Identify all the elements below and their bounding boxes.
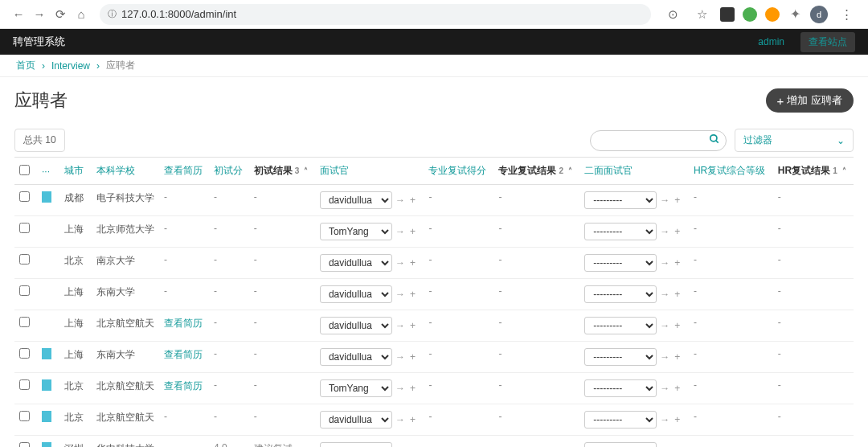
add-icon[interactable]: + (674, 289, 680, 300)
ext-green-icon[interactable] (743, 7, 757, 22)
ext-qr-icon[interactable] (720, 7, 735, 22)
add-icon[interactable]: + (410, 383, 416, 394)
interviewer1-select[interactable]: TomYang (320, 379, 392, 397)
interviewer2-select[interactable]: --------- (584, 191, 657, 209)
go-icon[interactable]: → (395, 351, 405, 363)
row-checkbox[interactable] (19, 191, 30, 202)
reload-button[interactable]: ⟳ (51, 6, 69, 23)
add-icon[interactable]: + (674, 257, 680, 269)
filter-dropdown[interactable]: 过滤器 ⌄ (735, 129, 854, 152)
search-icon[interactable]: ⊙ (664, 6, 682, 23)
add-icon[interactable]: + (674, 414, 680, 425)
row-checkbox[interactable] (19, 254, 30, 265)
star-icon[interactable]: ☆ (693, 6, 710, 23)
add-icon[interactable]: + (410, 414, 416, 425)
interviewer2-select[interactable]: --------- (584, 411, 657, 429)
forward-button[interactable]: → (31, 6, 48, 23)
user-link[interactable]: admin (758, 36, 784, 47)
go-icon[interactable]: → (660, 195, 669, 206)
go-icon[interactable]: → (660, 257, 669, 269)
select-all-checkbox[interactable] (19, 165, 30, 175)
col-interviewer2[interactable]: 二面面试官 (579, 158, 689, 185)
add-button[interactable]: + 增加 应聘者 (766, 88, 854, 113)
search-icon[interactable] (709, 133, 720, 148)
interviewer2-select[interactable]: --------- (584, 379, 657, 397)
col-result2[interactable]: 专业复试结果2 ˄ (493, 158, 579, 185)
go-icon[interactable]: → (660, 289, 669, 300)
go-icon[interactable]: → (660, 351, 669, 363)
interviewer1-select[interactable]: TomYang (320, 223, 392, 240)
ext-orange-icon[interactable] (765, 7, 780, 22)
add-icon[interactable]: + (674, 320, 680, 331)
add-icon[interactable]: + (410, 226, 416, 237)
interviewer1-select[interactable]: davidullua (320, 254, 392, 272)
cell-city: 北京 (59, 373, 92, 404)
cell-resume[interactable]: 查看简历 (159, 373, 209, 404)
col-score2[interactable]: 专业复试得分 (424, 158, 493, 185)
interviewer2-select[interactable]: --------- (584, 254, 657, 272)
row-checkbox[interactable] (19, 348, 30, 359)
cell-result1: - (249, 279, 315, 310)
col-school[interactable]: 本科学校 (92, 158, 159, 185)
row-checkbox[interactable] (19, 285, 30, 296)
go-icon[interactable]: → (395, 226, 405, 237)
go-icon[interactable]: → (660, 414, 669, 425)
interviewer1-select[interactable]: davidullua (320, 285, 392, 303)
col-resume[interactable]: 查看简历 (159, 158, 209, 185)
interviewer2-select[interactable]: --------- (584, 348, 657, 366)
interviewer1-select[interactable]: TomYang (320, 442, 392, 447)
col-hrgrade[interactable]: HR复试综合等级 (689, 158, 773, 185)
add-icon[interactable]: + (410, 351, 416, 363)
go-icon[interactable]: → (660, 383, 669, 394)
cell-resume[interactable]: 查看简历 (159, 310, 209, 342)
go-icon[interactable]: → (395, 320, 405, 331)
view-site-button[interactable]: 查看站点 (800, 32, 855, 52)
go-icon[interactable]: → (395, 383, 405, 394)
interviewer1-select[interactable]: davidullua (320, 411, 392, 429)
interviewer2-select[interactable]: --------- (584, 317, 657, 334)
row-checkbox[interactable] (19, 223, 30, 233)
interviewer2-select[interactable]: davidullua (584, 442, 657, 447)
add-icon[interactable]: + (410, 257, 416, 269)
go-icon[interactable]: → (395, 195, 405, 206)
add-icon[interactable]: + (674, 351, 680, 363)
ext-puzzle-icon[interactable]: ✦ (788, 7, 802, 22)
add-icon[interactable]: + (674, 226, 680, 237)
breadcrumb-home[interactable]: 首页 (16, 59, 35, 72)
col-score1[interactable]: 初试分 (209, 158, 249, 185)
col-hrresult[interactable]: HR复试结果1 ˄ (773, 158, 854, 185)
cell-hrgrade: - (689, 342, 773, 373)
col-result1[interactable]: 初试结果3 ˄ (249, 158, 315, 185)
row-checkbox[interactable] (19, 317, 30, 327)
row-checkbox[interactable] (19, 411, 30, 421)
add-icon[interactable]: + (410, 320, 416, 331)
col-city[interactable]: 城市 (59, 158, 92, 185)
col-interviewer1[interactable]: 面试官 (315, 158, 424, 185)
back-button[interactable]: ← (10, 6, 27, 23)
interviewer2-select[interactable]: --------- (584, 285, 657, 303)
interviewer1-select[interactable]: davidullua (320, 191, 392, 209)
breadcrumb-section[interactable]: Interview (51, 60, 90, 72)
go-icon[interactable]: → (395, 257, 405, 269)
go-icon[interactable]: → (395, 289, 405, 300)
menu-icon[interactable]: ⋮ (837, 6, 855, 23)
interviewer1-select[interactable]: davidullua (320, 348, 392, 366)
cell-hrgrade: - (689, 404, 773, 436)
home-button[interactable]: ⌂ (72, 6, 90, 23)
add-icon[interactable]: + (674, 383, 680, 394)
row-checkbox[interactable] (19, 442, 30, 447)
cell-resume[interactable]: 查看简历 (159, 342, 209, 373)
profile-avatar[interactable]: d (810, 6, 828, 23)
add-icon[interactable]: + (410, 195, 416, 206)
go-icon[interactable]: → (660, 320, 669, 331)
interviewer1-select[interactable]: davidullua (320, 317, 392, 334)
go-icon[interactable]: → (395, 414, 405, 425)
search-input[interactable] (590, 130, 727, 151)
row-checkbox[interactable] (19, 379, 30, 390)
url-bar[interactable]: ⓘ 127.0.0.1:8000/admin/int (100, 4, 651, 25)
interviewer2-select[interactable]: --------- (584, 223, 657, 240)
add-icon[interactable]: + (410, 289, 416, 300)
go-icon[interactable]: → (660, 226, 669, 237)
add-icon[interactable]: + (674, 195, 680, 206)
col-thumb[interactable]: ··· (37, 158, 59, 185)
